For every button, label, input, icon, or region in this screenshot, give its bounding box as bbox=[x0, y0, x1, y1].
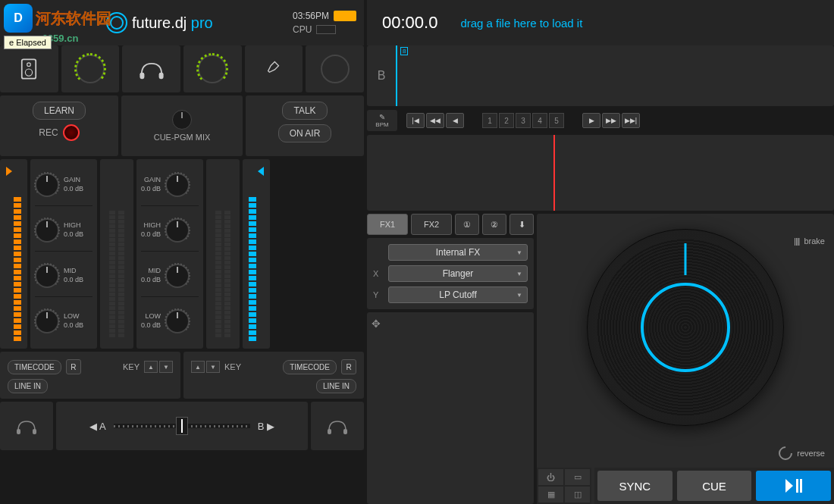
key-label-b: KEY bbox=[224, 362, 241, 371]
low-knob-a[interactable] bbox=[35, 309, 59, 333]
rewind-button[interactable]: ◀◀ bbox=[426, 113, 444, 128]
sync-button[interactable]: SYNC bbox=[597, 471, 673, 501]
waveform-overview[interactable]: B 8 bbox=[367, 45, 834, 106]
fx-y-dropdown[interactable]: LP Cutoff▼ bbox=[388, 286, 528, 303]
view-button[interactable]: ▭ bbox=[565, 469, 590, 485]
learn-button[interactable]: LEARN bbox=[33, 102, 86, 120]
headphone-cue-b[interactable] bbox=[311, 402, 364, 450]
grid-button[interactable]: ▦ bbox=[538, 487, 563, 502]
mic-button[interactable] bbox=[245, 45, 303, 92]
watermark-overlay: D 河东软件园 www.pc0359.cn e Elapsed bbox=[4, 4, 111, 44]
seek-end-button[interactable]: ▶▶| bbox=[622, 113, 640, 128]
talk-button[interactable]: TALK bbox=[282, 102, 327, 120]
fx-download-button[interactable]: ⬇ bbox=[509, 214, 534, 235]
app-logo: future.dj pro bbox=[106, 12, 213, 33]
svg-point-1 bbox=[27, 63, 31, 67]
fx-type-dropdown[interactable]: Internal FX▼ bbox=[388, 244, 528, 261]
pencil-icon: ✎ bbox=[379, 113, 385, 121]
crossfader-b-label: B ▶ bbox=[258, 421, 274, 432]
track-timer: 00:00.0 bbox=[382, 13, 437, 33]
channel-fader-b[interactable] bbox=[206, 159, 240, 349]
cpu-meter bbox=[316, 25, 336, 34]
gain-knob-a[interactable] bbox=[35, 173, 59, 197]
fx1-tab[interactable]: FX1 bbox=[367, 214, 408, 235]
rec-button[interactable] bbox=[63, 124, 80, 141]
on-air-button[interactable]: ON AIR bbox=[278, 124, 332, 142]
svg-rect-7 bbox=[328, 429, 331, 434]
hotcue-3[interactable]: 3 bbox=[516, 113, 531, 128]
mid-knob-a[interactable] bbox=[35, 264, 59, 288]
drag-hint: drag a file here to load it bbox=[460, 17, 582, 30]
next-button[interactable]: ▶ bbox=[582, 113, 600, 128]
timecode-button-b[interactable]: TIMECODE bbox=[283, 360, 337, 374]
fx-xy-pad[interactable]: ✥ bbox=[367, 312, 534, 504]
line-in-button-a[interactable]: LINE IN bbox=[8, 379, 48, 393]
seek-start-button[interactable]: |◀ bbox=[406, 113, 425, 128]
svg-point-2 bbox=[26, 69, 33, 76]
key-up-a[interactable]: ▲ bbox=[144, 361, 158, 373]
fx-loop2-button[interactable]: ② bbox=[482, 214, 506, 235]
jog-wheel[interactable] bbox=[587, 229, 784, 426]
mid-knob-b[interactable] bbox=[165, 264, 190, 288]
headphone-icon bbox=[15, 417, 38, 435]
svg-rect-10 bbox=[796, 479, 798, 493]
reverse-button[interactable]: reverse bbox=[797, 449, 825, 458]
mic-gain-knob[interactable] bbox=[306, 45, 364, 92]
hotcue-4[interactable]: 4 bbox=[532, 113, 547, 128]
watermark-logo-icon: D bbox=[4, 4, 33, 33]
key-down-b[interactable]: ▼ bbox=[206, 361, 220, 373]
high-knob-a[interactable] bbox=[35, 218, 59, 243]
prev-button[interactable]: ◀ bbox=[446, 113, 464, 128]
svg-rect-11 bbox=[800, 479, 802, 493]
brake-icon: |||| bbox=[794, 236, 799, 246]
rec-label: REC bbox=[39, 127, 58, 138]
key-up-b[interactable]: ▲ bbox=[191, 361, 205, 373]
play-pause-button[interactable] bbox=[756, 471, 831, 501]
hotcue-5[interactable]: 5 bbox=[549, 113, 564, 128]
hotcue-1[interactable]: 1 bbox=[482, 113, 497, 128]
cue-pgm-label: CUE-PGM MIX bbox=[154, 133, 211, 142]
headphone-gain-knob[interactable] bbox=[183, 45, 242, 92]
layout-button[interactable]: ◫ bbox=[565, 487, 590, 502]
tooltip: e Elapsed bbox=[4, 36, 52, 49]
cpu-label: CPU bbox=[293, 24, 312, 35]
fast-forward-button[interactable]: ▶▶ bbox=[602, 113, 620, 128]
clock-time: 03:56PM bbox=[293, 11, 329, 21]
brake-button[interactable]: brake bbox=[804, 236, 825, 246]
watermark-text: 河东软件园 bbox=[36, 8, 111, 29]
playhead-marker bbox=[553, 135, 555, 211]
line-in-button-b[interactable]: LINE IN bbox=[316, 379, 356, 393]
eq-channel-b: GAIN0.0 dB HIGH0.0 dB MID0.0 dB LOW0.0 d… bbox=[136, 159, 203, 349]
low-knob-b[interactable] bbox=[165, 309, 190, 333]
waveform-detail[interactable] bbox=[367, 135, 834, 211]
hotcue-2[interactable]: 2 bbox=[499, 113, 514, 128]
fx2-tab[interactable]: FX2 bbox=[411, 214, 452, 235]
monitor-speaker-button[interactable] bbox=[0, 45, 58, 92]
reverse-icon bbox=[776, 443, 795, 462]
timecode-button-a[interactable]: TIMECODE bbox=[8, 360, 61, 374]
crosshair-icon: ✥ bbox=[372, 318, 381, 330]
power-button[interactable]: ⏻ bbox=[538, 469, 563, 485]
cue-button[interactable]: CUE bbox=[677, 471, 752, 501]
master-gain-knob[interactable] bbox=[61, 45, 120, 92]
timecode-r-button-b[interactable]: R bbox=[341, 359, 356, 374]
fx-loop1-button[interactable]: ① bbox=[455, 214, 479, 235]
high-knob-b[interactable] bbox=[165, 218, 190, 243]
svg-rect-6 bbox=[33, 429, 36, 434]
speaker-icon bbox=[19, 58, 39, 80]
bpm-edit-button[interactable]: ✎BPM bbox=[367, 110, 397, 131]
timecode-r-button-a[interactable]: R bbox=[66, 359, 81, 374]
eq-channel-a: GAIN0.0 dB HIGH0.0 dB MID0.0 dB LOW0.0 d… bbox=[30, 159, 97, 349]
key-down-a[interactable]: ▼ bbox=[159, 361, 173, 373]
cue-pgm-mix-knob[interactable] bbox=[172, 110, 192, 130]
svg-rect-8 bbox=[343, 429, 347, 434]
gain-knob-b[interactable] bbox=[165, 173, 190, 197]
level-meter-b bbox=[243, 159, 270, 349]
headphone-cue-a[interactable] bbox=[0, 402, 53, 450]
fx-x-label: X bbox=[373, 269, 384, 278]
crossfader[interactable] bbox=[114, 424, 250, 428]
svg-rect-5 bbox=[17, 429, 20, 434]
fx-x-dropdown[interactable]: Flanger▼ bbox=[388, 265, 528, 282]
channel-fader-a[interactable] bbox=[100, 159, 133, 349]
headphone-button[interactable] bbox=[122, 45, 180, 92]
